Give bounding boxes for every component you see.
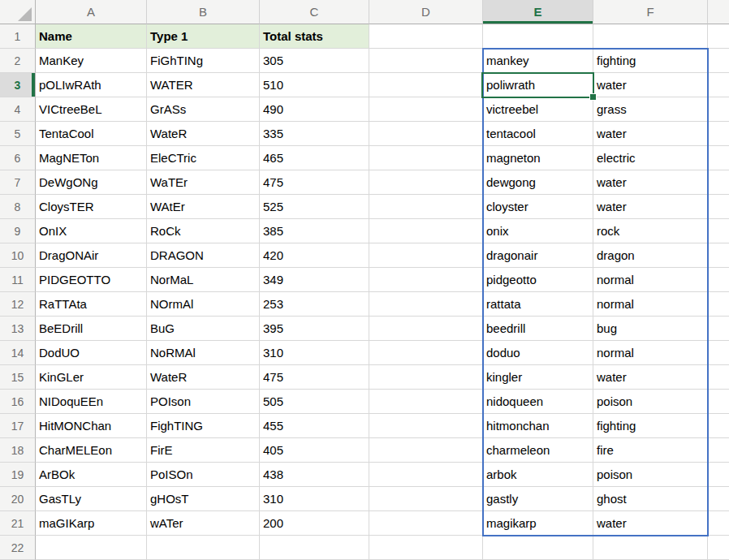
row-header-17[interactable]: 17	[0, 414, 36, 438]
cell-A17[interactable]: HitMONChan	[36, 414, 147, 438]
cell-F14[interactable]: normal	[593, 341, 708, 365]
cell-D6[interactable]	[369, 146, 483, 170]
column-header-c[interactable]: C	[260, 0, 369, 24]
cell-E10[interactable]: dragonair	[483, 243, 593, 268]
row-header-3[interactable]: 3	[0, 73, 36, 97]
cell-A3[interactable]: pOLIwRAth	[36, 73, 147, 97]
cell-F11[interactable]: normal	[593, 268, 708, 292]
cell-E2[interactable]: mankey	[483, 49, 593, 73]
fill-handle[interactable]	[589, 93, 597, 101]
row-header-7[interactable]: 7	[0, 170, 36, 195]
row-header-1[interactable]: 1	[0, 24, 36, 49]
cell-F3[interactable]: water	[593, 73, 708, 97]
cell-A10[interactable]: DragONAir	[36, 243, 147, 268]
row-header-2[interactable]: 2	[0, 49, 36, 73]
cell-C22[interactable]	[260, 536, 369, 560]
row-header-20[interactable]: 20	[0, 487, 36, 511]
cell-B10[interactable]: DRAGON	[147, 243, 260, 268]
cell-B5[interactable]: WateR	[147, 122, 260, 146]
cell-D3[interactable]	[369, 73, 483, 97]
cell-C8[interactable]: 525	[260, 195, 369, 219]
cell-E4[interactable]: victreebel	[483, 97, 593, 122]
cell-F5[interactable]: water	[593, 122, 708, 146]
cell-A5[interactable]: TentaCool	[36, 122, 147, 146]
cell-C11[interactable]: 349	[260, 268, 369, 292]
cell-D2[interactable]	[369, 49, 483, 73]
cell-A20[interactable]: GasTLy	[36, 487, 147, 511]
row-header-8[interactable]: 8	[0, 195, 36, 219]
cell-A4[interactable]: VICtreeBeL	[36, 97, 147, 122]
cell-B21[interactable]: wATer	[147, 511, 260, 536]
row-header-13[interactable]: 13	[0, 317, 36, 341]
cell-D7[interactable]	[369, 170, 483, 195]
cell-C13[interactable]: 395	[260, 317, 369, 341]
cell-B15[interactable]: WateR	[147, 365, 260, 390]
cell-F21[interactable]: water	[593, 511, 708, 536]
cell-E21[interactable]: magikarp	[483, 511, 593, 536]
cell-C1[interactable]: Total stats	[260, 24, 369, 49]
cell-F18[interactable]: fire	[593, 438, 708, 463]
cell-E16[interactable]: nidoqueen	[483, 390, 593, 414]
cell-E1[interactable]	[483, 24, 593, 49]
cell-B11[interactable]: NorMaL	[147, 268, 260, 292]
cell-A22[interactable]	[36, 536, 147, 560]
cell-E13[interactable]: beedrill	[483, 317, 593, 341]
cell-A12[interactable]: RaTTAta	[36, 292, 147, 317]
row-header-15[interactable]: 15	[0, 365, 36, 390]
cell-C20[interactable]: 310	[260, 487, 369, 511]
cell-C5[interactable]: 335	[260, 122, 369, 146]
cell-C10[interactable]: 420	[260, 243, 369, 268]
cell-E19[interactable]: arbok	[483, 463, 593, 487]
cell-F13[interactable]: bug	[593, 317, 708, 341]
cell-B7[interactable]: WaTEr	[147, 170, 260, 195]
cell-A13[interactable]: BeEDrill	[36, 317, 147, 341]
cell-B19[interactable]: PoISOn	[147, 463, 260, 487]
cell-D15[interactable]	[369, 365, 483, 390]
cell-C14[interactable]: 310	[260, 341, 369, 365]
column-header-e[interactable]: E	[483, 0, 593, 24]
row-header-5[interactable]: 5	[0, 122, 36, 146]
cell-F19[interactable]: poison	[593, 463, 708, 487]
cell-F16[interactable]: poison	[593, 390, 708, 414]
cell-C17[interactable]: 455	[260, 414, 369, 438]
cell-A18[interactable]: CharMELEon	[36, 438, 147, 463]
cell-D10[interactable]	[369, 243, 483, 268]
cell-A19[interactable]: ArBOk	[36, 463, 147, 487]
cell-B4[interactable]: GrASs	[147, 97, 260, 122]
cell-C6[interactable]: 465	[260, 146, 369, 170]
cell-E8[interactable]: cloyster	[483, 195, 593, 219]
cell-E12[interactable]: rattata	[483, 292, 593, 317]
cell-F1[interactable]	[593, 24, 708, 49]
cell-C18[interactable]: 405	[260, 438, 369, 463]
row-header-19[interactable]: 19	[0, 463, 36, 487]
cell-D17[interactable]	[369, 414, 483, 438]
cell-D12[interactable]	[369, 292, 483, 317]
cell-A9[interactable]: OnIX	[36, 219, 147, 243]
cell-B12[interactable]: NOrmAl	[147, 292, 260, 317]
cell-E9[interactable]: onix	[483, 219, 593, 243]
cell-D18[interactable]	[369, 438, 483, 463]
column-header-b[interactable]: B	[147, 0, 260, 24]
cell-A2[interactable]: ManKey	[36, 49, 147, 73]
cell-F15[interactable]: water	[593, 365, 708, 390]
cell-F22[interactable]	[593, 536, 708, 560]
cell-D14[interactable]	[369, 341, 483, 365]
cell-F7[interactable]: water	[593, 170, 708, 195]
row-header-22[interactable]: 22	[0, 536, 36, 560]
cell-B3[interactable]: WATER	[147, 73, 260, 97]
cell-F6[interactable]: electric	[593, 146, 708, 170]
cell-F9[interactable]: rock	[593, 219, 708, 243]
cell-A21[interactable]: maGIKarp	[36, 511, 147, 536]
row-header-9[interactable]: 9	[0, 219, 36, 243]
cell-C7[interactable]: 475	[260, 170, 369, 195]
cell-D5[interactable]	[369, 122, 483, 146]
cell-A7[interactable]: DeWgONg	[36, 170, 147, 195]
cell-F20[interactable]: ghost	[593, 487, 708, 511]
cell-C3[interactable]: 510	[260, 73, 369, 97]
select-all-corner[interactable]	[0, 0, 36, 24]
cell-A15[interactable]: KinGLer	[36, 365, 147, 390]
cell-A16[interactable]: NIDoquEEn	[36, 390, 147, 414]
cell-B1[interactable]: Type 1	[147, 24, 260, 49]
cell-D20[interactable]	[369, 487, 483, 511]
column-header-f[interactable]: F	[593, 0, 708, 24]
